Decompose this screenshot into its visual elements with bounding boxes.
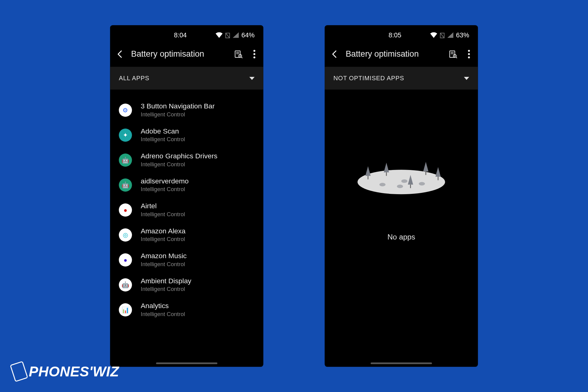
app-name: Amazon Alexa [141,227,186,235]
app-subtitle: Intelligent Control [141,311,185,317]
overflow-menu-icon[interactable] [468,50,470,58]
app-name: Adobe Scan [141,127,185,135]
app-name: Analytics [141,302,185,310]
svg-point-8 [253,56,255,58]
svg-rect-10 [450,51,455,57]
svg-line-14 [456,57,457,58]
search-list-icon[interactable] [234,50,243,58]
sim-disabled-icon [440,32,445,38]
app-icon: ✦ [119,128,132,141]
signal-icon [233,32,239,38]
svg-point-7 [253,53,255,55]
filter-label: ALL APPS [119,75,149,82]
status-icons: 64% [216,31,254,39]
phone-icon [10,361,28,382]
filter-dropdown[interactable]: ALL APPS [110,67,263,89]
app-row[interactable]: 📊 Analytics Intelligent Control [110,297,263,322]
app-icon: ● [119,203,132,217]
app-row[interactable]: ⚙ 3 Button Navigation Bar Intelligent Co… [110,97,263,123]
svg-point-15 [468,50,470,52]
sim-disabled-icon [225,32,230,38]
battery-percentage: 64% [241,31,254,39]
app-bar: Battery optimisation [110,43,263,67]
app-icon: 🤖 [119,178,132,191]
filter-dropdown[interactable]: NOT OPTIMISED APPS [325,67,478,89]
app-row[interactable]: 🤖 Adreno Graphics Drivers Intelligent Co… [110,147,263,172]
status-bar: 8:05 63% [325,25,478,43]
app-row[interactable]: ◎ Amazon Alexa Intelligent Control [110,222,263,247]
app-name: aidlserverdemo [141,177,189,185]
app-name: Adreno Graphics Drivers [141,152,217,160]
app-row[interactable]: 🤖 aidlserverdemo Intelligent Control [110,172,263,198]
app-subtitle: Intelligent Control [141,186,189,192]
back-icon[interactable] [115,49,125,59]
gesture-nav-handle[interactable] [156,362,217,364]
status-time: 8:04 [145,31,216,39]
gesture-nav-handle[interactable] [371,362,432,364]
svg-point-6 [253,50,255,52]
app-subtitle: Intelligent Control [141,161,217,168]
app-name: Airtel [141,202,185,210]
app-subtitle: Intelligent Control [141,236,186,242]
svg-point-16 [468,53,470,55]
page-title: Battery optimisation [346,49,443,59]
wifi-icon [216,32,223,38]
app-name: 3 Button Navigation Bar [141,102,215,110]
svg-line-5 [241,57,243,58]
wifi-icon [430,32,437,38]
svg-line-0 [226,33,230,38]
app-row[interactable]: ✦ Adobe Scan Intelligent Control [110,123,263,148]
app-subtitle: Intelligent Control [141,211,185,217]
chevron-down-icon [464,77,469,80]
app-subtitle: Intelligent Control [141,136,185,142]
app-icon: 📊 [119,303,132,316]
watermark-text: PHONES'WIZ [29,363,119,380]
overflow-menu-icon[interactable] [253,50,255,58]
back-icon[interactable] [330,49,339,59]
signal-icon [447,32,453,38]
app-icon: ⚙ [119,104,132,117]
app-subtitle: Intelligent Control [141,261,187,267]
app-icon: 🤖 [119,278,132,291]
svg-rect-1 [235,51,240,57]
svg-line-9 [440,33,444,38]
app-bar: Battery optimisation [325,43,478,67]
empty-state: No apps [325,90,478,363]
battery-percentage: 63% [456,31,469,39]
watermark: PHONES'WIZ [12,363,119,380]
app-icon: ◎ [119,228,132,241]
app-row[interactable]: 🤖 Ambient Display Intelligent Control [110,272,263,297]
app-list[interactable]: ⚙ 3 Button Navigation Bar Intelligent Co… [110,90,263,363]
svg-point-17 [468,56,470,58]
app-name: Ambient Display [141,277,191,285]
page-title: Battery optimisation [131,49,228,59]
app-subtitle: Intelligent Control [141,111,215,118]
status-icons: 63% [430,31,469,39]
empty-illustration-icon [357,158,445,198]
phone-screenshot-left: 8:04 64% Battery optimisation [110,25,263,367]
app-row[interactable]: ● Airtel Intelligent Control [110,197,263,222]
status-time: 8:05 [360,31,430,39]
search-list-icon[interactable] [449,50,458,58]
chevron-down-icon [249,77,254,80]
app-name: Amazon Music [141,252,187,260]
filter-label: NOT OPTIMISED APPS [334,75,404,82]
app-row[interactable]: ● Amazon Music Intelligent Control [110,247,263,272]
app-icon: 🤖 [119,153,132,167]
phone-screenshot-right: 8:05 63% Battery optimisation [325,25,478,367]
app-subtitle: Intelligent Control [141,286,191,292]
empty-text: No apps [387,232,415,241]
status-bar: 8:04 64% [110,25,263,43]
app-icon: ● [119,253,132,266]
